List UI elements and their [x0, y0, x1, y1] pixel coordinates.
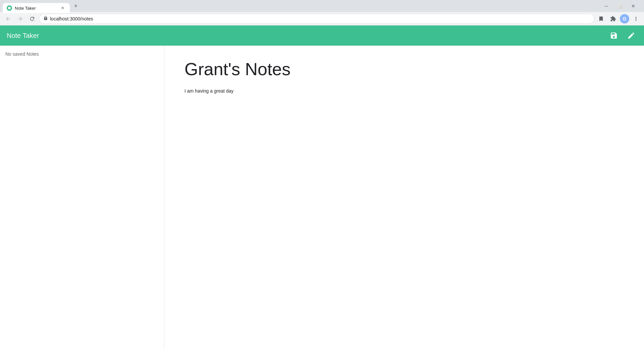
main-content: Grant's Notes I am having a great day: [164, 46, 644, 349]
url-display: localhost:3000/notes: [50, 16, 590, 21]
tab-favicon: [7, 5, 12, 11]
tab-title: Note Taker: [15, 6, 57, 11]
note-title: Grant's Notes: [184, 59, 624, 79]
extension-puzzle-button[interactable]: [608, 13, 619, 24]
note-body: I am having a great day: [184, 87, 624, 95]
tab-close-button[interactable]: ✕: [60, 5, 66, 11]
toolbar-right: G: [596, 13, 641, 24]
minimize-button[interactable]: ─: [601, 1, 612, 11]
close-button[interactable]: ✕: [628, 1, 639, 11]
profile-avatar[interactable]: G: [620, 14, 629, 23]
browser-toolbar: localhost:3000/notes G: [0, 12, 644, 26]
app: Note Taker No saved Notes Grant's Notes …: [0, 26, 644, 349]
save-button[interactable]: [608, 30, 620, 42]
edit-button[interactable]: [625, 30, 637, 42]
new-tab-button[interactable]: +: [71, 1, 80, 11]
bookmark-button[interactable]: [596, 13, 606, 24]
app-title: Note Taker: [7, 32, 39, 40]
app-body: No saved Notes Grant's Notes I am having…: [0, 46, 644, 349]
lock-icon: [43, 16, 48, 21]
browser-tab[interactable]: Note Taker ✕: [3, 3, 70, 13]
no-saved-notes-text: No saved Notes: [5, 51, 39, 57]
app-header: Note Taker: [0, 26, 644, 46]
browser-chrome: Note Taker ✕ + ─ ⬜ ✕ localhost:300: [0, 0, 644, 26]
reload-button[interactable]: [27, 13, 38, 24]
back-button[interactable]: [3, 13, 13, 24]
sidebar: No saved Notes: [0, 46, 164, 349]
menu-button[interactable]: [631, 13, 641, 24]
tab-bar: Note Taker ✕ + ─ ⬜ ✕: [0, 0, 644, 12]
forward-button[interactable]: [15, 13, 25, 24]
address-bar[interactable]: localhost:3000/notes: [39, 14, 594, 24]
maximize-button[interactable]: ⬜: [614, 1, 625, 11]
svg-point-0: [8, 7, 11, 9]
app-header-actions: [608, 30, 637, 42]
